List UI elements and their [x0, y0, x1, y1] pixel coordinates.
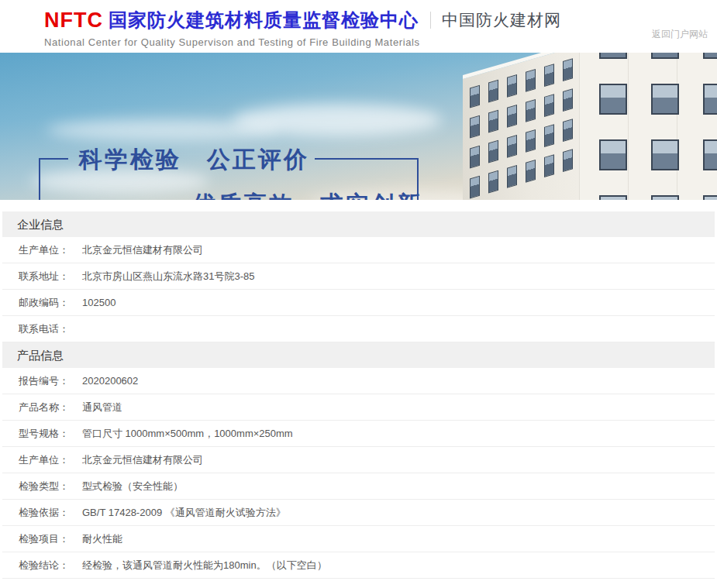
building-window — [470, 146, 480, 169]
org-name-zh: 国家防火建筑材料质量监督检验中心 — [109, 8, 419, 33]
building-window — [651, 195, 679, 200]
building-window — [599, 195, 627, 200]
nftc-logo[interactable]: NFTC — [44, 9, 103, 33]
building-window — [544, 94, 554, 117]
building-window — [651, 84, 679, 115]
row-value: 2020200602 — [82, 368, 138, 394]
return-portal-link[interactable]: 返回门户网站 — [652, 28, 708, 41]
building-window — [488, 80, 498, 103]
building-window — [563, 58, 573, 81]
building-window — [526, 69, 536, 92]
slogan-frame-line — [315, 158, 419, 160]
table-row: 联系地址： 北京市房山区燕山东流水路31号院3-85 — [2, 263, 715, 290]
table-row: 检验结论： 经检验，该通风管道耐火性能为180min。（以下空白） — [2, 552, 715, 579]
building-window — [703, 195, 717, 200]
row-value: GB/T 17428-2009 《通风管道耐火试验方法》 — [82, 500, 286, 525]
row-value: 耐火性能 — [82, 526, 122, 552]
building-window — [544, 124, 554, 147]
building-window — [563, 88, 573, 112]
row-value: 通风管道 — [82, 394, 122, 420]
building-window — [526, 129, 536, 153]
row-label: 检验依据： — [19, 500, 82, 525]
row-label: 检验结论： — [19, 552, 82, 578]
banner-slogan-line1: 科学检验 公正评价 — [79, 144, 309, 176]
table-row: 产品名称： 通风管道 — [2, 394, 715, 421]
row-label: 生产单位： — [19, 237, 82, 263]
row-label: 联系电话： — [19, 316, 82, 342]
building-window — [599, 84, 627, 115]
hero-banner: 科学检验 公正评价 优质高效 求实创新 — [0, 53, 717, 200]
table-row: 检验项目： 耐火性能 — [2, 526, 715, 552]
building-window — [599, 139, 627, 170]
building-window — [651, 139, 679, 170]
table-row: 生产单位： 北京金元恒信建材有限公司 — [2, 447, 715, 473]
row-label: 报告编号： — [19, 368, 82, 394]
site-name[interactable]: 中国防火建材网 — [442, 9, 561, 31]
building-window — [507, 74, 517, 98]
info-content: 企业信息 生产单位： 北京金元恒信建材有限公司 联系地址： 北京市房山区燕山东流… — [2, 211, 715, 579]
building-window — [507, 135, 517, 158]
building-window — [703, 84, 717, 115]
org-name-en: National Center for Quality Supervison a… — [44, 36, 717, 48]
row-label: 检验类型： — [19, 473, 82, 499]
building-window — [544, 154, 554, 177]
brand-row: NFTC 国家防火建筑材料质量监督检验中心 中国防火建材网 — [44, 8, 717, 33]
cloud-decoration — [233, 104, 442, 136]
slogan-frame-line — [39, 158, 68, 160]
table-row: 生产单位： 北京金元恒信建材有限公司 — [2, 237, 715, 263]
building-right-face — [579, 53, 717, 200]
building-window — [488, 170, 498, 194]
row-value: 型式检验（安全性能） — [82, 473, 183, 499]
row-value: 北京市房山区燕山东流水路31号院3-85 — [82, 263, 254, 289]
building-window — [563, 149, 573, 172]
table-row: 报告编号： 2020200602 — [2, 368, 715, 394]
section-title-company: 企业信息 — [2, 211, 715, 237]
building-window — [470, 176, 480, 199]
row-value: 北京金元恒信建材有限公司 — [82, 237, 203, 263]
row-label: 生产单位： — [19, 447, 82, 473]
site-header: NFTC 国家防火建筑材料质量监督检验中心 中国防火建材网 National C… — [0, 0, 717, 53]
building-window — [651, 53, 679, 59]
title-divider — [430, 12, 431, 29]
table-row: 检验依据： GB/T 17428-2009 《通风管道耐火试验方法》 — [2, 500, 715, 526]
building-window — [507, 165, 517, 188]
table-row: 型号规格： 管口尺寸 1000mm×500mm，1000mm×250mm — [2, 421, 715, 447]
building-window — [544, 64, 554, 87]
row-value: 北京金元恒信建材有限公司 — [82, 447, 203, 473]
building-window — [526, 99, 536, 122]
table-row: 检验类型： 型式检验（安全性能） — [2, 473, 715, 500]
building-window — [563, 119, 573, 142]
row-label: 检验项目： — [19, 526, 82, 552]
building-window — [488, 110, 498, 133]
table-row: 联系电话： — [2, 316, 715, 342]
row-label: 邮政编码： — [19, 290, 82, 315]
row-label: 产品名称： — [19, 394, 82, 420]
row-label: 联系地址： — [19, 263, 82, 289]
building-window — [470, 115, 480, 139]
slogan-frame-line — [39, 158, 40, 200]
building-window — [703, 139, 717, 170]
banner-slogan-line2: 优质高效 求实创新 — [192, 189, 422, 200]
building-window — [488, 140, 498, 163]
row-value: 经检验，该通风管道耐火性能为180min。（以下空白） — [82, 552, 327, 578]
row-value: 102500 — [82, 290, 115, 315]
building-window — [470, 85, 480, 108]
building-window — [599, 53, 627, 59]
row-value: 管口尺寸 1000mm×500mm，1000mm×250mm — [82, 421, 293, 446]
building-left-face — [463, 53, 579, 200]
table-row: 邮政编码： 102500 — [2, 290, 715, 316]
section-title-product: 产品信息 — [2, 342, 715, 368]
building-window — [703, 53, 717, 59]
row-label: 型号规格： — [19, 421, 82, 446]
building-window — [507, 105, 517, 128]
building-window — [526, 160, 536, 183]
